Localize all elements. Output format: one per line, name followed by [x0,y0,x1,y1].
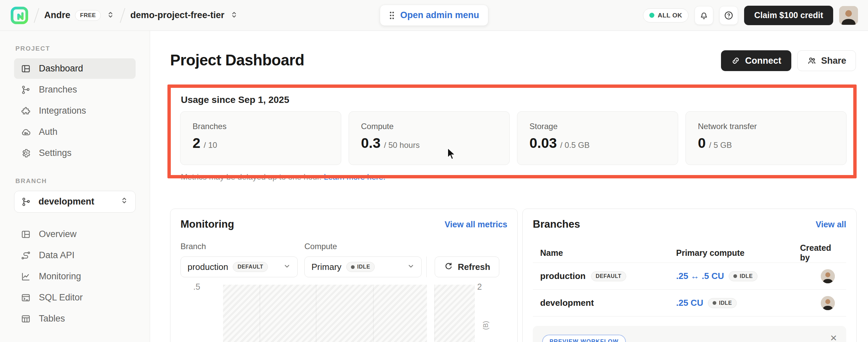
project-name[interactable]: demo-project-free-tier [130,10,224,21]
integrations-icon [21,106,31,116]
sidebar-item-settings[interactable]: Settings [14,143,135,163]
branch-filter-value: production [188,262,228,272]
sidebar-item-tables[interactable]: Tables [14,309,135,329]
table-row-production[interactable]: production DEFAULT .25 ↔ .5 CU IDLE [533,262,846,289]
claim-credit-button[interactable]: Claim $100 credit [744,6,833,25]
sql-editor-icon [21,293,31,303]
help-icon [724,10,734,21]
neon-console: Andre FREE demo-project-free-tier Open a… [0,0,868,342]
sidebar-section-project: PROJECT [16,45,134,52]
chart-gridline [434,285,435,342]
idle-badge: IDLE [729,271,757,281]
table-row-development[interactable]: development .25 CU IDLE [533,289,846,316]
branches-title: Branches [533,218,580,230]
notifications-button[interactable] [694,6,713,25]
view-all-branches-link[interactable]: View all [816,220,846,229]
neon-logo-icon[interactable] [10,6,29,25]
idle-dot [733,274,737,278]
sidebar-item-auth[interactable]: Auth [14,122,135,142]
sidebar-section-branch: BRANCH [16,177,134,185]
sidebar-item-label: Integrations [39,106,86,116]
branches-table: Name Primary compute Created by producti… [533,243,846,316]
compute-size-link[interactable]: .25 ↔ .5 CU [676,271,724,281]
usage-card-value: 2 [192,135,200,151]
usage-card-limit: / 5 GB [709,141,732,150]
metrics-note-text: Metrics may be delayed up to one hour. [181,172,321,181]
share-button[interactable]: Share [797,50,856,71]
sidebar-item-label: Tables [39,314,65,324]
sidebar-item-label: Overview [39,229,77,239]
usage-card-limit: / 0.5 GB [560,141,590,150]
sidebar-item-label: SQL Editor [39,292,83,303]
sidebar-item-label: Dashboard [39,63,83,74]
refresh-button[interactable]: Refresh [435,256,499,277]
branch-selector[interactable]: development [14,191,135,212]
chevron-down-icon [407,262,414,272]
data-api-icon [21,251,31,260]
column-primary-compute: Primary compute [676,248,800,258]
learn-more-link[interactable]: Learn more here. [324,172,385,181]
column-created-by: Created by [800,243,842,262]
project-switcher-chevron-icon[interactable] [230,10,239,21]
creator-avatar [821,296,835,310]
branch-filter-dropdown[interactable]: production DEFAULT [181,256,298,277]
monitoring-chart: .5 2 (B) [181,282,507,342]
branches-table-header: Name Primary compute Created by [533,243,846,262]
help-button[interactable] [719,6,738,25]
compute-filter-dropdown[interactable]: Primary IDLE [304,256,422,277]
user-avatar[interactable] [839,6,858,25]
sidebar-item-dashboard[interactable]: Dashboard [14,58,135,79]
usage-card-label: Branches [192,122,329,131]
org-name[interactable]: Andre [44,10,70,21]
usage-cards: Branches 2 / 10 Compute 0.3 / 50 hours S… [180,111,846,165]
compute-size-link[interactable]: .25 CU [676,298,703,308]
metrics-delay-note: Metrics may be delayed up to one hour. L… [181,172,385,182]
usage-card-label: Network transfer [698,122,834,131]
column-name: Name [540,248,676,258]
chart-no-data-hatch-area [223,285,475,342]
connect-label: Connect [745,56,781,66]
status-label: ALL OK [658,12,682,19]
view-all-metrics-link[interactable]: View all metrics [445,220,507,229]
share-label: Share [821,56,846,66]
usage-card-label: Compute [361,122,497,131]
org-switcher-chevron-icon[interactable] [106,10,115,21]
y-axis-left-tick: .5 [193,282,200,292]
sidebar: PROJECT Dashboard Branches Integrations … [0,31,150,342]
refresh-label: Refresh [458,262,490,272]
sidebar-item-label: Branches [39,85,77,95]
usage-card-branches: Branches 2 / 10 [180,111,341,165]
sidebar-item-branches[interactable]: Branches [14,80,135,100]
usage-heading: Usage since Sep 1, 2025 [181,94,289,105]
usage-card-value: 0.3 [361,135,380,151]
usage-card-limit: / 10 [204,141,217,150]
idle-dot [713,301,716,305]
auth-icon [21,127,31,137]
status-badge[interactable]: ALL OK [643,8,688,23]
y-axis-unit-label: (B) [482,321,490,330]
usage-card-network-transfer: Network transfer 0 / 5 GB [685,111,846,165]
monitoring-panel: Monitoring View all metrics Branch Compu… [170,208,518,342]
sidebar-item-label: Settings [39,148,72,158]
overview-icon [21,229,31,239]
close-icon[interactable]: × [830,332,837,342]
creator-avatar [821,269,835,283]
sidebar-item-data-api[interactable]: Data API [14,245,135,265]
top-bar: Andre FREE demo-project-free-tier Open a… [0,0,868,31]
y-axis-right-tick: 2 [477,282,482,292]
chart-gap [427,285,434,342]
usage-card-compute: Compute 0.3 / 50 hours [349,111,510,165]
branch-icon [21,197,31,207]
open-admin-menu-button[interactable]: Open admin menu [380,5,488,26]
sidebar-item-sql-editor[interactable]: SQL Editor [14,287,135,308]
connect-button[interactable]: Connect [721,50,791,71]
chart-gridline [316,285,316,342]
sidebar-item-monitoring[interactable]: Monitoring [14,266,135,287]
sidebar-item-integrations[interactable]: Integrations [14,101,135,121]
sidebar-item-overview[interactable]: Overview [14,224,135,245]
share-users-icon [807,56,816,65]
branches-icon [21,85,31,95]
plan-badge: FREE [75,10,101,21]
branch-name: development [540,298,594,308]
dashboard-icon [21,64,31,74]
